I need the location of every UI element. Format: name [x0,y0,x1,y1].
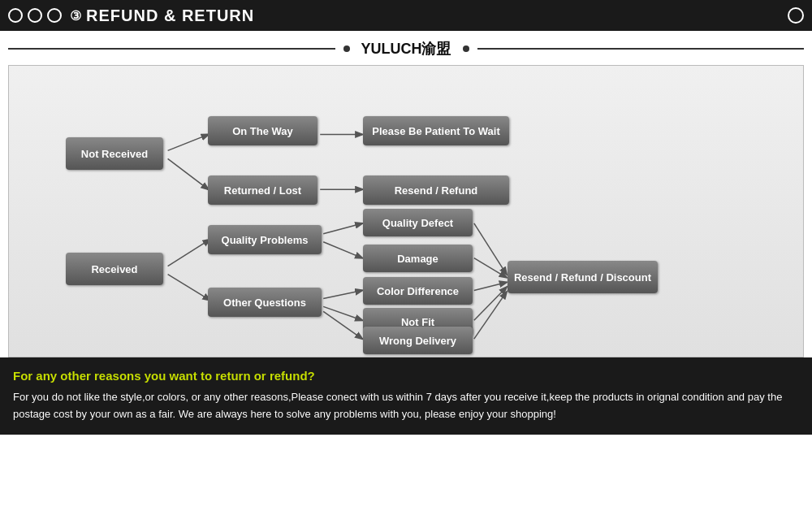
svg-line-10 [323,311,362,339]
node-please-wait: Please Be Patient To Wait [363,116,509,145]
node-received: Received [66,253,163,285]
circle-icon-1 [8,8,23,23]
node-quality-defect: Quality Defect [363,209,473,236]
svg-line-12 [474,258,507,278]
sub-header-title: YULUCH渝盟 [350,39,463,58]
node-other-questions: Other Questions [208,288,322,317]
header-icons [8,8,62,23]
svg-line-0 [168,135,209,151]
svg-line-9 [323,306,362,320]
node-quality-problems: Quality Problems [208,225,322,254]
svg-line-7 [323,242,362,258]
node-on-the-way: On The Way [208,116,317,145]
svg-line-14 [474,287,507,320]
right-line [477,48,805,50]
node-resend-refund: Resend / Refund [363,175,509,205]
svg-line-15 [474,292,507,339]
node-damage: Damage [363,245,473,272]
svg-line-11 [474,223,507,275]
bottom-text: For you do not like the style,or colors,… [13,389,799,423]
svg-line-8 [323,290,362,298]
header-right-icon [788,7,804,24]
svg-line-13 [474,283,507,291]
node-returned-lost: Returned / Lost [208,175,317,205]
node-not-received: Not Received [66,137,163,170]
header-title: REFUND & RETURN [86,6,254,25]
diagram-container: Not Received On The Way Returned / Lost … [8,65,804,357]
bottom-question: For any other reasons you want to return… [13,369,799,383]
left-line [8,48,335,50]
node-wrong-delivery: Wrong Delivery [363,327,473,354]
svg-line-1 [168,158,209,189]
section-number: ③ [70,8,81,24]
left-dot [343,45,350,52]
node-color-difference: Color Difference [363,277,473,305]
svg-line-4 [168,240,210,266]
svg-line-5 [168,275,210,301]
right-dot [463,45,469,52]
sub-header: YULUCH渝盟 [0,31,812,65]
circle-icon-2 [28,8,42,23]
node-resend-refund-discount: Resend / Refund / Discount [508,261,658,293]
circle-icon-3 [47,8,62,23]
svg-line-6 [323,223,362,234]
header: ③ REFUND & RETURN [0,0,812,31]
bottom-section: For any other reasons you want to return… [0,357,812,435]
